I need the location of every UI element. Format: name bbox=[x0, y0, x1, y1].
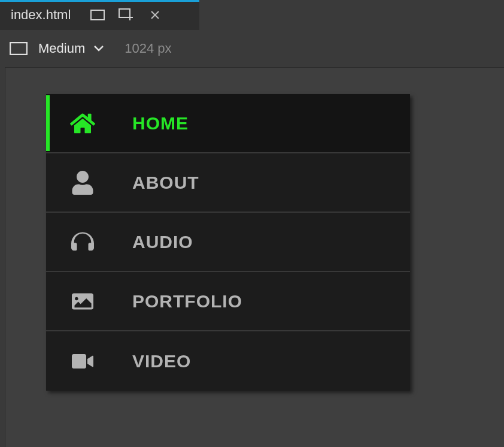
menu-item-portfolio[interactable]: PORTFOLIO bbox=[46, 272, 410, 331]
close-icon[interactable] bbox=[147, 7, 163, 23]
menu-item-about[interactable]: ABOUT bbox=[46, 153, 410, 213]
image-icon bbox=[68, 291, 98, 312]
home-icon bbox=[68, 112, 98, 135]
svg-rect-4 bbox=[10, 43, 27, 55]
viewport-name[interactable]: Medium bbox=[38, 41, 85, 56]
preview-canvas: HOME ABOUT AUDIO PORTFOLIO VIDEO bbox=[5, 67, 504, 447]
device-icon[interactable] bbox=[90, 7, 105, 23]
menu-item-label: PORTFOLIO bbox=[132, 291, 242, 312]
add-viewport-icon[interactable] bbox=[119, 7, 134, 23]
tab-accent bbox=[0, 0, 199, 2]
editor-tabstrip: index.html bbox=[0, 0, 504, 30]
viewport-size-bar: Medium 1024 px bbox=[0, 30, 504, 67]
chevron-down-icon[interactable] bbox=[93, 45, 104, 52]
menu-item-label: VIDEO bbox=[132, 351, 191, 372]
menu-item-label: AUDIO bbox=[132, 232, 193, 252]
viewport-pixel-value[interactable]: 1024 px bbox=[125, 41, 171, 56]
menu-item-label: ABOUT bbox=[132, 173, 199, 193]
editor-tab[interactable]: index.html bbox=[0, 0, 199, 30]
svg-rect-0 bbox=[91, 10, 104, 20]
menu-item-label: HOME bbox=[132, 113, 189, 134]
menu-item-home[interactable]: HOME bbox=[46, 94, 410, 153]
user-icon bbox=[68, 171, 98, 195]
svg-rect-3 bbox=[127, 17, 133, 18]
tab-title: index.html bbox=[11, 7, 71, 23]
video-icon bbox=[68, 352, 98, 371]
viewport-rect-icon bbox=[10, 42, 28, 55]
nav-menu: HOME ABOUT AUDIO PORTFOLIO VIDEO bbox=[46, 94, 410, 391]
headphones-icon bbox=[68, 231, 98, 253]
menu-item-audio[interactable]: AUDIO bbox=[46, 213, 410, 272]
svg-rect-1 bbox=[119, 9, 130, 17]
menu-item-video[interactable]: VIDEO bbox=[46, 331, 410, 391]
